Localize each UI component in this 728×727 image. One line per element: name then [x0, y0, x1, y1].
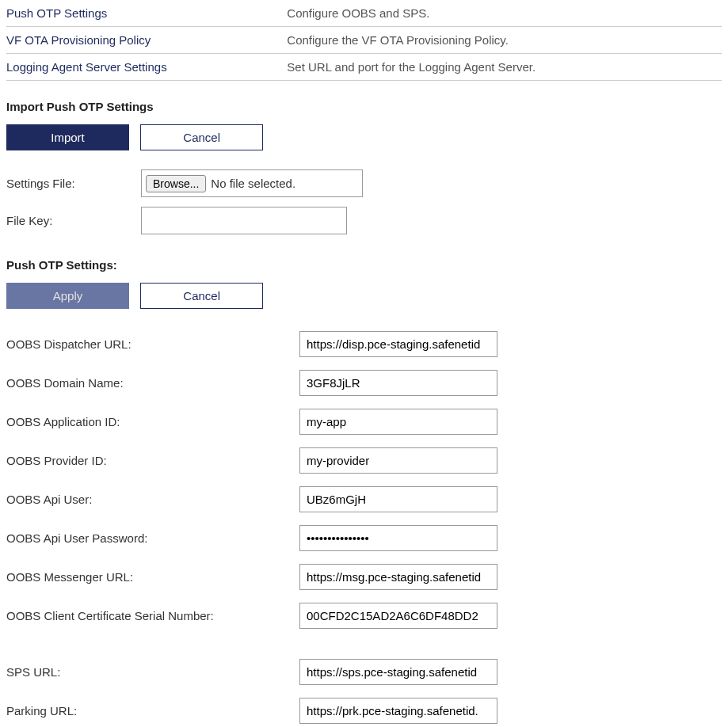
- settings-file-box: Browse... No file selected.: [141, 169, 363, 197]
- parking-url-input[interactable]: [299, 698, 497, 724]
- oobs-api-user-input[interactable]: [299, 486, 497, 512]
- import-button[interactable]: Import: [6, 124, 129, 150]
- apply-button: Apply: [6, 283, 129, 309]
- oobs-api-user-password-label: OOBS Api User Password:: [6, 519, 299, 558]
- oobs-provider-id-input[interactable]: [299, 447, 497, 474]
- nav-desc-vf-ota: Configure the VF OTA Provisioning Policy…: [287, 27, 722, 54]
- parking-url-label: Parking URL:: [6, 691, 299, 727]
- browse-button[interactable]: Browse...: [146, 175, 206, 192]
- oobs-messenger-url-input[interactable]: [299, 564, 497, 590]
- file-key-input[interactable]: [141, 207, 347, 234]
- oobs-dispatcher-url-label: OOBS Dispatcher URL:: [6, 325, 299, 364]
- nav-desc-push-otp: Configure OOBS and SPS.: [287, 0, 722, 27]
- oobs-api-user-label: OOBS Api User:: [6, 480, 299, 519]
- push-cancel-button[interactable]: Cancel: [140, 283, 263, 309]
- oobs-client-cert-serial-label: OOBS Client Certificate Serial Number:: [6, 596, 299, 635]
- import-section-header: Import Push OTP Settings: [6, 100, 722, 113]
- import-button-row: Import Cancel: [6, 124, 722, 150]
- oobs-domain-name-label: OOBS Domain Name:: [6, 364, 299, 402]
- nav-desc-logging-agent: Set URL and port for the Logging Agent S…: [287, 54, 722, 81]
- oobs-messenger-url-label: OOBS Messenger URL:: [6, 558, 299, 596]
- oobs-application-id-input[interactable]: [299, 409, 497, 435]
- oobs-api-user-password-input[interactable]: [299, 525, 497, 551]
- oobs-domain-name-input[interactable]: [299, 370, 497, 396]
- sps-url-input[interactable]: [299, 659, 497, 685]
- nav-table: Push OTP Settings Configure OOBS and SPS…: [6, 0, 722, 81]
- import-cancel-button[interactable]: Cancel: [140, 124, 263, 150]
- oobs-provider-id-label: OOBS Provider ID:: [6, 441, 299, 480]
- oobs-application-id-label: OOBS Application ID:: [6, 402, 299, 441]
- import-form-table: Settings File: Browse... No file selecte…: [6, 165, 363, 239]
- nav-link-push-otp[interactable]: Push OTP Settings: [6, 6, 107, 20]
- file-key-label: File Key:: [6, 202, 141, 239]
- file-status-text: No file selected.: [211, 177, 295, 190]
- oobs-dispatcher-url-input[interactable]: [299, 331, 497, 357]
- push-settings-table: OOBS Dispatcher URL: OOBS Domain Name: O…: [6, 325, 497, 727]
- push-button-row: Apply Cancel: [6, 283, 722, 309]
- push-settings-header: Push OTP Settings:: [6, 258, 722, 272]
- nav-link-logging-agent[interactable]: Logging Agent Server Settings: [6, 60, 167, 74]
- oobs-client-cert-serial-input[interactable]: [299, 603, 497, 629]
- sps-url-label: SPS URL:: [6, 653, 299, 691]
- nav-link-vf-ota[interactable]: VF OTA Provisioning Policy: [6, 33, 151, 47]
- settings-file-label: Settings File:: [6, 165, 141, 202]
